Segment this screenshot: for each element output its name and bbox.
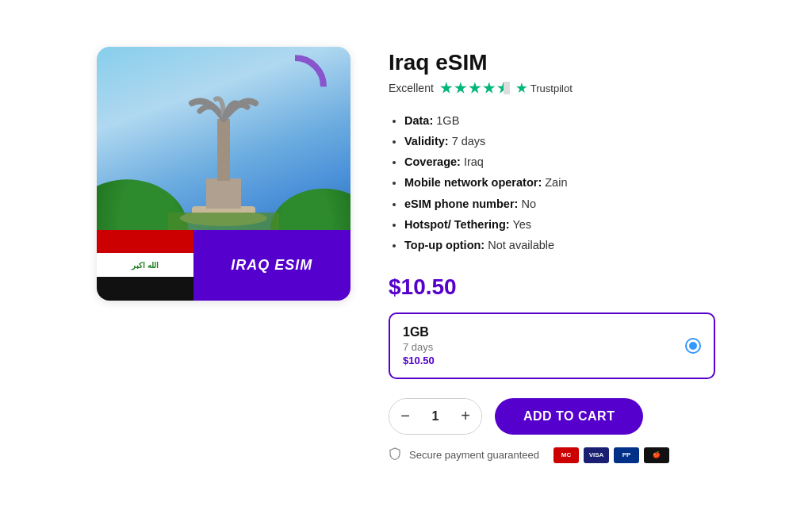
plan-info: 1GB 7 days $10.50 [403,325,435,366]
flag-red [97,230,193,254]
mastercard-text: MC [561,451,571,458]
rating-label: Excellent [389,82,434,94]
plan-validity: 7 days [403,341,435,353]
paypal-text: PP [622,451,631,458]
spec-hotspot: Hotspot/ Tethering: Yes [404,214,715,235]
flag-text: الله اكبر [132,261,159,270]
radio-button[interactable] [685,338,701,354]
trustpilot-star-icon [516,82,527,94]
plan-data: 1GB [403,325,435,339]
shield-icon [389,447,401,463]
visa-text: VISA [589,451,604,458]
quantity-control: − 1 + [389,398,482,435]
spec-operator: Mobile network operator: Zain [404,172,715,193]
quantity-value: 1 [421,409,450,424]
star-1 [440,82,453,94]
apple-pay-text: 🍎 [653,451,661,458]
spec-validity-value: 7 days [452,135,486,148]
stars [440,82,510,94]
spec-phone-number: eSIM phone number: No [404,194,715,214]
product-details: Iraq eSIM Excellent Trustpilot Data: 1GB… [389,47,715,463]
star-2 [454,82,467,94]
cart-row: − 1 + ADD TO CART [389,398,715,435]
mastercard-badge: MC [553,447,579,463]
product-label-section: IRAQ ESIM [193,230,350,301]
plan-option[interactable]: 1GB 7 days $10.50 [389,313,715,379]
product-page: الله اكبر IRAQ ESIM Iraq eSIM Excellent [49,15,763,495]
product-image-bg [97,47,350,229]
visa-badge: VISA [584,447,609,463]
spec-operator-value: Zain [545,176,567,189]
star-3 [469,82,481,94]
spec-coverage-value: Iraq [464,155,484,168]
quantity-decrease-button[interactable]: − [389,399,421,434]
spec-data-value: 1GB [436,114,459,127]
radio-inner [689,342,697,350]
spec-hotspot-value: Yes [512,218,531,231]
specs-list: Data: 1GB Validity: 7 days Coverage: Ira… [389,110,715,255]
trustpilot-label: Trustpilot [530,82,573,94]
svg-rect-4 [168,213,279,230]
secure-row: Secure payment guaranteed MC VISA PP 🍎 [389,447,715,463]
spec-topup: Top-up option: Not available [404,235,715,255]
payment-icons: MC VISA PP 🍎 [553,447,669,463]
product-image-label: IRAQ ESIM [231,257,312,274]
apple-pay-badge: 🍎 [644,447,669,463]
spec-data: Data: 1GB [404,110,715,131]
paypal-badge: PP [614,447,639,463]
monument-svg [168,95,279,230]
product-image: الله اكبر IRAQ ESIM [97,47,350,301]
plan-price: $10.50 [403,355,435,366]
star-half [497,82,510,94]
spec-topup-value: Not available [488,239,554,251]
flag-white: الله اكبر [97,253,193,277]
product-image-footer: الله اكبر IRAQ ESIM [97,230,350,301]
quantity-increase-button[interactable]: + [450,399,481,434]
spec-phone-number-value: No [521,197,536,210]
flag-section: الله اكبر [97,230,193,301]
star-4 [483,82,496,94]
svg-rect-2 [206,178,241,209]
svg-rect-3 [217,119,230,181]
product-title: Iraq eSIM [389,50,715,75]
add-to-cart-button[interactable]: ADD TO CART [495,398,643,435]
product-price: $10.50 [389,274,715,300]
spec-coverage: Coverage: Iraq [404,151,715,172]
secure-payment-text: Secure payment guaranteed [409,449,539,461]
rating-row: Excellent Trustpilot [389,82,715,94]
spec-validity: Validity: 7 days [404,131,715,151]
trustpilot: Trustpilot [516,82,573,94]
flag-black [97,277,193,301]
